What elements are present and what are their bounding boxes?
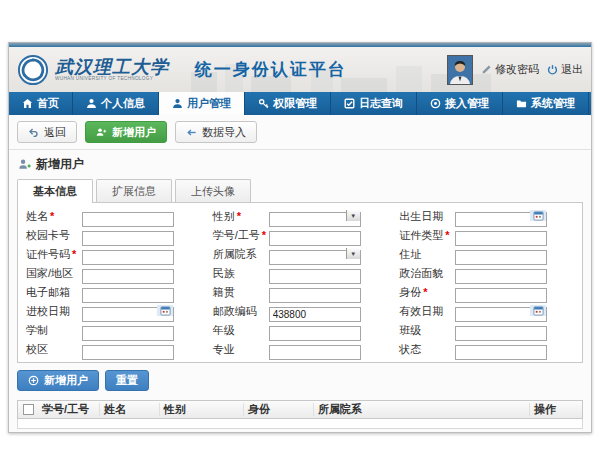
status-field[interactable] (455, 345, 547, 360)
major-field[interactable] (269, 345, 361, 360)
class-field[interactable] (455, 326, 547, 341)
back-button[interactable]: 返回 (17, 121, 77, 143)
name-field-wrap (82, 209, 174, 224)
student-id-field[interactable] (269, 231, 361, 246)
nav-home[interactable]: 首页 (9, 92, 73, 115)
data-import-button[interactable]: 数据导入 (175, 121, 257, 143)
email-field-wrap (82, 285, 174, 300)
name-field-label: 姓名* (20, 209, 82, 224)
nav-user-mgmt[interactable]: 用户管理 (159, 92, 245, 115)
change-password-link[interactable]: 修改密码 (481, 62, 539, 77)
id-type-field-wrap (455, 228, 547, 243)
political-status-field[interactable] (455, 269, 547, 284)
email-field[interactable] (82, 288, 174, 303)
status-field-label: 状态 (393, 342, 455, 357)
university-name-en: WUHAN UNIVERSITY OF TECHNOLOGY (55, 76, 153, 81)
campus-field[interactable] (82, 345, 174, 360)
campus-card-field-label: 校园卡号 (20, 228, 82, 243)
name-field[interactable] (82, 212, 174, 227)
user-icon (172, 98, 183, 109)
tab-extended-info[interactable]: 扩展信息 (96, 179, 172, 202)
add-user-button[interactable]: 新增用户 (85, 121, 167, 143)
key-icon (258, 98, 269, 109)
required-asterisk: * (50, 210, 54, 222)
id-number-field-label: 证件号码* (20, 247, 82, 262)
tab-basic-info[interactable]: 基本信息 (17, 179, 93, 203)
campus-card-field[interactable] (82, 231, 174, 246)
id-number-field-wrap (82, 247, 174, 262)
native-place-field[interactable] (269, 288, 361, 303)
email-field-label: 电子邮箱 (20, 285, 82, 300)
page-header: 武汉理工大学 WUHAN UNIVERSITY OF TECHNOLOGY 统一… (9, 47, 591, 92)
table-header-4: 身份 (244, 403, 314, 416)
select-all-checkbox[interactable] (23, 404, 34, 415)
valid-date-field-cell: 有效日期 (393, 304, 580, 319)
nav-label: 接入管理 (445, 96, 489, 111)
nav-permission-mgmt[interactable]: 权限管理 (245, 92, 331, 115)
major-field-cell: 专业 (207, 342, 394, 357)
required-asterisk: * (72, 248, 76, 260)
enroll-date-field-cell: 进校日期 (20, 304, 207, 319)
nav-access-mgmt[interactable]: 接入管理 (417, 92, 503, 115)
logout-link[interactable]: 退出 (547, 62, 583, 77)
calendar-icon[interactable] (157, 305, 173, 316)
nav-subscription-mgmt[interactable]: 订阅管理 (589, 92, 600, 115)
user-table: 学号/工号姓名性别身份所属院系操作 (17, 400, 583, 429)
native-place-field-cell: 籍贯 (207, 285, 394, 300)
nav-label: 权限管理 (273, 96, 317, 111)
schooling-length-field[interactable] (82, 326, 174, 341)
nav-log-query[interactable]: 日志查询 (331, 92, 417, 115)
country-field-label: 国家/地区 (20, 266, 82, 281)
address-field[interactable] (455, 250, 547, 265)
section-title: 新增用户 (36, 156, 84, 173)
id-type-field[interactable] (455, 231, 547, 246)
schooling-length-field-wrap (82, 323, 174, 338)
table-header-1: 学号/工号 (38, 403, 100, 416)
add-user-button-label: 新增用户 (112, 125, 156, 140)
identity-field-cell: 身份* (393, 285, 580, 300)
nav-label: 个人信息 (101, 96, 145, 111)
address-field-label: 住址 (393, 247, 455, 262)
form-actions: 新增用户 重置 (9, 363, 591, 398)
grade-field[interactable] (269, 326, 361, 341)
dropdown-arrow-icon[interactable]: ▼ (346, 210, 360, 221)
department-select-cell: 所属院系▼ (207, 247, 394, 262)
required-asterisk: * (262, 229, 266, 241)
class-field-cell: 班级 (393, 323, 580, 338)
home-icon (22, 98, 33, 109)
change-password-label: 修改密码 (495, 62, 539, 77)
folder-icon (516, 98, 527, 109)
ethnicity-field[interactable] (269, 269, 361, 284)
identity-field[interactable] (455, 288, 547, 303)
calendar-icon[interactable] (530, 305, 546, 316)
tab-upload-avatar[interactable]: 上传头像 (175, 179, 251, 202)
plus-circle-icon (28, 375, 39, 386)
table-header-6: 操作 (530, 403, 582, 416)
nav-profile[interactable]: 个人信息 (73, 92, 159, 115)
postal-code-field[interactable] (269, 307, 361, 322)
dropdown-arrow-icon[interactable]: ▼ (346, 248, 360, 259)
reset-button[interactable]: 重置 (105, 370, 149, 391)
name-field-cell: 姓名* (20, 209, 207, 224)
main-content: 返回 新增用户 数据导入 新增用户 基本信息扩展信息上传头像 姓名*性别*▼出生… (9, 115, 591, 429)
department-select-label: 所属院系 (207, 247, 269, 262)
gender-select-wrap: ▼ (269, 209, 361, 224)
nav-label: 系统管理 (531, 96, 575, 111)
submit-add-user-button[interactable]: 新增用户 (17, 370, 99, 391)
id-number-field[interactable] (82, 250, 174, 265)
reset-button-label: 重置 (116, 373, 138, 388)
ethnicity-field-cell: 民族 (207, 266, 394, 281)
status-field-wrap (455, 342, 547, 357)
student-id-field-label: 学号/工号* (207, 228, 269, 243)
calendar-icon[interactable] (530, 210, 546, 221)
add-user-icon (96, 127, 107, 138)
country-field-cell: 国家/地区 (20, 266, 207, 281)
user-table-empty-row (17, 419, 583, 429)
student-id-field-wrap (269, 228, 361, 243)
native-place-field-label: 籍贯 (207, 285, 269, 300)
nav-system-mgmt[interactable]: 系统管理 (503, 92, 589, 115)
campus-field-cell: 校区 (20, 342, 207, 357)
header-user-area: 修改密码 退出 (447, 55, 583, 85)
id-type-field-label: 证件类型* (393, 228, 455, 243)
country-field[interactable] (82, 269, 174, 284)
